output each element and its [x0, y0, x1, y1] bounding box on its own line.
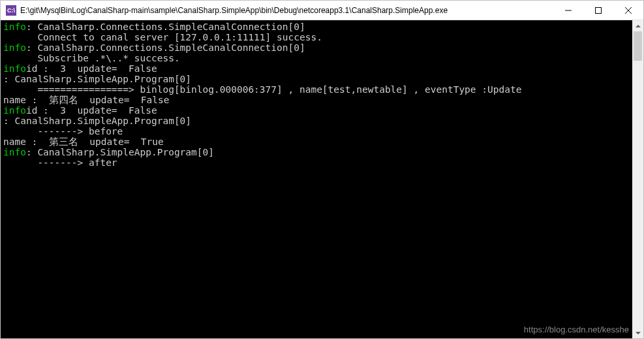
log-text: Connect to canal server [127.0.0.1:11111… — [3, 32, 322, 42]
log-level-tag: info — [3, 105, 26, 116]
log-text: name : 第三名 update= True — [3, 137, 164, 147]
scrollbar-track[interactable] — [632, 31, 643, 327]
log-level-tag: info — [3, 22, 26, 32]
console-line: Subscribe .*\..* success. — [3, 53, 632, 63]
svg-rect-1 — [596, 8, 602, 14]
svg-marker-4 — [636, 25, 641, 27]
console-line: name : 第三名 update= True — [3, 137, 632, 147]
maximize-button[interactable] — [583, 1, 613, 20]
console-line: -------> after — [3, 157, 632, 168]
log-text: name : 第四名 update= False — [3, 95, 170, 105]
console-line: info: CanalSharp.SimpleApp.Program[0] — [3, 147, 632, 157]
scroll-down-arrow-icon[interactable] — [632, 327, 643, 338]
log-level-tag: info — [3, 42, 26, 53]
log-text: -------> after — [3, 157, 117, 168]
vertical-scrollbar[interactable] — [632, 20, 643, 338]
console-output: info: CanalSharp.Connections.SimpleCanal… — [1, 20, 632, 338]
minimize-button[interactable] — [553, 1, 583, 20]
console-area[interactable]: info: CanalSharp.Connections.SimpleCanal… — [1, 20, 643, 338]
log-text: : CanalSharp.SimpleApp.Program[0] — [3, 116, 191, 126]
console-line: name : 第四名 update= False — [3, 95, 632, 105]
console-line: Connect to canal server [127.0.0.1:11111… — [3, 32, 632, 42]
log-level-tag: info — [3, 147, 26, 157]
close-button[interactable] — [613, 1, 643, 20]
log-text: id : 3 update= False — [26, 63, 157, 74]
console-line: -------> before — [3, 126, 632, 137]
scrollbar-thumb[interactable] — [634, 31, 642, 61]
log-text: : CanalSharp.Connections.SimpleCanalConn… — [26, 22, 305, 32]
console-line: ================> binlog[binlog.000006:3… — [3, 84, 632, 95]
console-line: infoid : 3 update= False — [3, 63, 632, 74]
titlebar: C:\ E:\git\MysqlBinLog\CanalSharp-main\s… — [1, 1, 643, 20]
log-text: -------> before — [3, 126, 123, 137]
console-line: info: CanalSharp.Connections.SimpleCanal… — [3, 22, 632, 32]
console-line: : CanalSharp.SimpleApp.Program[0] — [3, 74, 632, 84]
log-text: id : 3 update= False — [26, 105, 157, 116]
log-text: Subscribe .*\..* success. — [3, 53, 180, 63]
log-level-tag: info — [3, 63, 26, 74]
log-text: : CanalSharp.Connections.SimpleCanalConn… — [26, 42, 305, 53]
watermark-text: https://blog.csdn.net/kesshe — [524, 325, 629, 334]
log-text: : CanalSharp.SimpleApp.Program[0] — [26, 147, 214, 157]
app-icon: C:\ — [6, 5, 16, 16]
console-line: infoid : 3 update= False — [3, 105, 632, 116]
console-line: : CanalSharp.SimpleApp.Program[0] — [3, 116, 632, 126]
window-title: E:\git\MysqlBinLog\CanalSharp-main\sampl… — [20, 6, 553, 15]
log-text: ================> binlog[binlog.000006:3… — [3, 84, 521, 95]
log-text: : CanalSharp.SimpleApp.Program[0] — [3, 74, 191, 84]
console-line: info: CanalSharp.Connections.SimpleCanal… — [3, 42, 632, 53]
scroll-up-arrow-icon[interactable] — [632, 20, 643, 31]
svg-marker-5 — [636, 332, 641, 334]
window-controls — [553, 1, 643, 20]
